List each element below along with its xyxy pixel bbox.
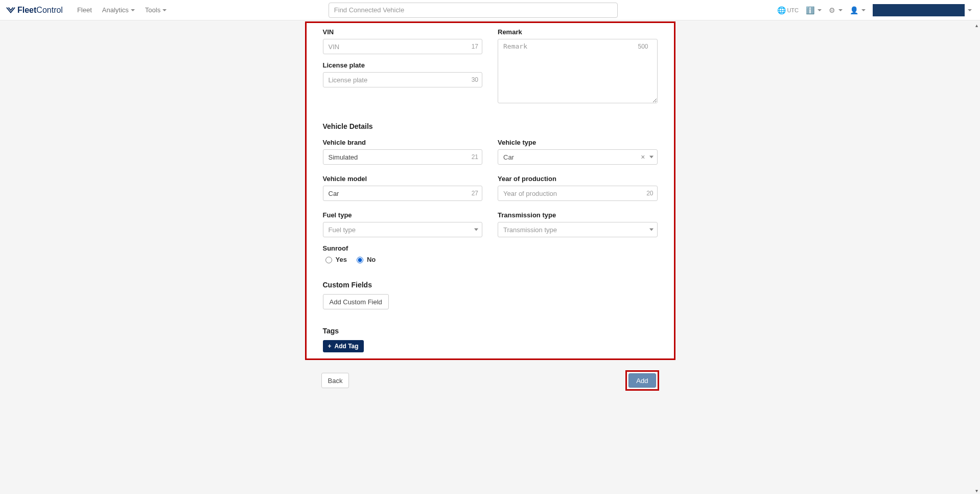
nav-analytics[interactable]: Analytics <box>97 0 140 20</box>
chevron-down-icon <box>131 9 135 11</box>
nav-fleet-label: Fleet <box>77 6 92 14</box>
license-label: License plate <box>323 61 483 69</box>
brand-label: Vehicle brand <box>323 139 483 146</box>
transmission-type-select[interactable]: Transmission type <box>498 222 658 237</box>
remark-textarea[interactable] <box>498 39 658 103</box>
brand-name-light: Control <box>36 6 63 15</box>
user-menu[interactable]: 👤 <box>847 3 869 17</box>
year-input[interactable] <box>498 186 658 201</box>
navbar-right: 🌐 UTC ℹ️ ⚙ 👤 <box>774 3 974 17</box>
fuel-label: Fuel type <box>323 211 483 219</box>
settings-menu[interactable]: ⚙ <box>826 3 846 17</box>
sunroof-no-label: No <box>367 256 376 263</box>
scrollbar-down-icon[interactable]: ▾ <box>974 488 979 493</box>
custom-fields-heading: Custom Fields <box>323 281 658 289</box>
back-label: Back <box>328 377 343 385</box>
add-button[interactable]: Add <box>628 373 656 388</box>
nav-fleet[interactable]: Fleet <box>72 0 97 20</box>
globe-icon: 🌐 <box>777 6 786 14</box>
model-label: Vehicle model <box>323 175 483 183</box>
gear-icon: ⚙ <box>829 6 835 14</box>
timezone-selector[interactable]: 🌐 UTC <box>774 3 802 17</box>
page-body: VIN 17 License plate 30 Remark 500 <box>0 20 980 360</box>
vin-input[interactable] <box>323 39 483 54</box>
brand-logo[interactable]: FleetControl <box>6 6 63 15</box>
user-icon: 👤 <box>850 6 858 14</box>
sunroof-yes-option[interactable]: Yes <box>323 255 347 263</box>
sunroof-radio-group: Yes No <box>323 255 658 263</box>
vtype-label: Vehicle type <box>498 139 658 146</box>
back-button[interactable]: Back <box>321 373 349 388</box>
add-custom-field-button[interactable]: Add Custom Field <box>323 294 389 309</box>
chevron-down-icon <box>838 9 843 11</box>
navbar: FleetControl Fleet Analytics Tools 🌐 UTC… <box>0 0 980 20</box>
license-input[interactable] <box>323 72 483 87</box>
add-label: Add <box>636 377 648 385</box>
sunroof-label: Sunroof <box>323 244 658 252</box>
navbar-center <box>172 3 774 18</box>
timezone-label: UTC <box>787 7 799 13</box>
sunroof-yes-label: Yes <box>336 256 347 263</box>
transmission-label: Transmission type <box>498 211 658 219</box>
add-tag-label: Add Tag <box>335 343 359 350</box>
chevron-down-icon <box>861 9 866 11</box>
nav-tools[interactable]: Tools <box>140 0 172 20</box>
model-input[interactable] <box>323 186 483 201</box>
sunroof-no-radio[interactable] <box>357 257 363 263</box>
vehicle-type-value: Car <box>503 153 514 161</box>
form-footer: Back Add <box>305 370 675 391</box>
remark-label: Remark <box>498 28 658 36</box>
tags-heading: Tags <box>323 327 658 335</box>
clear-icon[interactable]: × <box>641 153 645 161</box>
nav-analytics-label: Analytics <box>102 6 129 14</box>
fuel-type-select[interactable]: Fuel type <box>323 222 483 237</box>
year-label: Year of production <box>498 175 658 183</box>
vehicle-form-card: VIN 17 License plate 30 Remark 500 <box>305 21 675 360</box>
search-input[interactable] <box>329 3 618 18</box>
brand-mark-icon <box>6 7 15 14</box>
add-tag-button[interactable]: + Add Tag <box>323 340 364 352</box>
add-custom-field-label: Add Custom Field <box>330 298 382 306</box>
vin-label: VIN <box>323 28 483 36</box>
sunroof-no-option[interactable]: No <box>354 255 376 263</box>
scrollbar-up-icon[interactable]: ▴ <box>974 23 979 28</box>
chevron-down-icon <box>162 9 167 11</box>
fuel-placeholder: Fuel type <box>329 226 356 234</box>
brand-input[interactable] <box>323 149 483 165</box>
vehicle-details-heading: Vehicle Details <box>323 122 658 130</box>
vehicle-type-select[interactable]: Car <box>498 149 658 165</box>
account-switcher[interactable] <box>873 4 965 16</box>
plus-icon: + <box>328 343 332 350</box>
help-menu[interactable]: ℹ️ <box>803 3 825 17</box>
chevron-down-icon <box>818 9 822 11</box>
nav-tools-label: Tools <box>145 6 160 14</box>
sunroof-yes-radio[interactable] <box>325 257 332 263</box>
brand-name-strong: Fleet <box>17 6 36 15</box>
info-icon: ℹ️ <box>806 6 814 14</box>
transmission-placeholder: Transmission type <box>503 226 557 234</box>
add-button-highlight: Add <box>625 370 659 391</box>
